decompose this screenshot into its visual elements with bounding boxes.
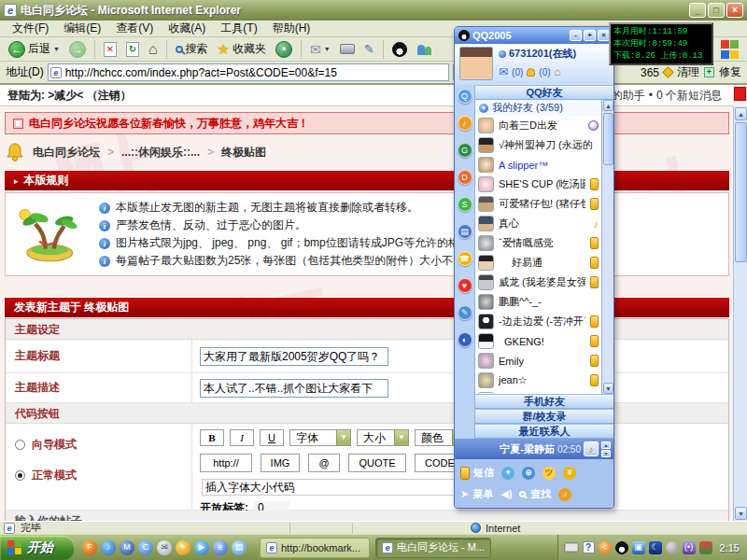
buddy-row[interactable]: SHE'S CUP (吃汤圆多 [475,175,601,194]
mobile-tab-icon[interactable]: ☎ [458,251,472,266]
scroll-down-icon[interactable]: ▼ [735,507,747,520]
breadcrumb-board[interactable]: 终极贴图 [221,145,266,161]
breadcrumb-category[interactable]: ...::休闲娱乐::... [121,145,200,161]
browser-tab-icon[interactable]: ◐ [458,332,472,347]
buddy-row[interactable]: √神州盟神刀 (永远的 [475,135,601,155]
mail-button[interactable]: ✉▼ [307,41,333,58]
tool-badge-icon[interactable]: ✎ [176,540,190,555]
favorites-button[interactable]: ★ 收藏夹 [215,40,269,59]
buddy-row[interactable]: 好易通 [475,253,601,273]
find-button[interactable]: 查找 [519,487,551,501]
menu-tools[interactable]: 工具(T) [214,20,263,37]
tray-clock[interactable]: 2:15 [720,542,740,553]
buddy-row[interactable]: 可爱猪仔包! (猪仔包 [475,194,601,214]
edit-button[interactable]: ✎ [361,41,377,57]
forward-button[interactable]: → [66,40,89,59]
buddy-row[interactable]: jean☆ [475,371,601,390]
page-scrollbar[interactable]: ▲ ▼ [733,106,747,521]
menu-favorites[interactable]: 收藏(A) [162,20,212,37]
address-input[interactable]: e http://hchcc.com/index.php?act=Post&CO… [48,63,449,81]
buddy-list-scrollbar[interactable]: ▲ ▼ [601,100,613,394]
qq-titlebar[interactable]: QQ2005 - + × [455,27,613,44]
scroll-down-icon[interactable]: ▼ [603,383,613,394]
chat-face-icon[interactable]: ツ [543,467,556,480]
history-button[interactable]: • [273,40,295,59]
media-player-icon[interactable]: ♪ [101,540,116,555]
mobile-friends-bar[interactable]: 手机好友 [475,394,613,409]
buddy-row[interactable]: 真心♪ [475,214,601,233]
buddy-row[interactable]: θ-ㄅu已死 (上青彩 [475,390,601,394]
qq-show-tab-icon[interactable]: S [458,197,472,212]
size-select[interactable]: 大小 ▼ [357,429,409,446]
qq-coin-icon[interactable]: ¥ [563,467,576,480]
qq-launcher-button[interactable] [389,41,410,58]
music-tab-icon[interactable]: ♪ [458,116,472,131]
qq-window[interactable]: QQ2005 - + × 6731201(在线) ✉ (0) (0) ⌂ [454,26,614,509]
buddy-row[interactable]: ˇ爱情嘅感觉 [475,233,601,253]
print-button[interactable] [337,43,358,55]
tray-traffic-icon[interactable] [699,541,712,554]
clean-button[interactable]: 清理 [677,64,699,80]
love-tab-icon[interactable]: ♥ [458,278,472,293]
scroll-up-icon[interactable]: ▲ [603,100,613,111]
tag-hint-field[interactable] [202,479,482,496]
buddy-row[interactable]: Emily [475,351,601,371]
italic-button[interactable]: I [230,429,254,446]
groups-bar[interactable]: 群/校友录 [475,409,613,424]
home-button[interactable]: ⌂ [146,40,161,59]
qq-home-icon[interactable]: ⌂ [555,65,561,78]
news-tab-icon[interactable]: ▤ [458,224,472,239]
scroll-up-icon[interactable]: ▲ [735,107,747,120]
qq-mail-icon[interactable]: ✉ [499,65,508,78]
music-ticker[interactable]: 宁夏-梁静茹 02:50 ♪ ▲ ▼ [455,439,613,459]
new-message-link[interactable]: 0 个新短消息 [656,88,722,104]
topic-description-input[interactable] [200,379,388,398]
qq-main-tab-icon[interactable]: Q [458,89,472,104]
messenger-button[interactable] [414,41,434,58]
breadcrumb-forum-home[interactable]: 电白同乡论坛 [33,145,100,161]
minimize-button[interactable]: _ [689,3,706,18]
ticker-down-icon[interactable]: ▼ [601,450,611,457]
menu-help[interactable]: 帮助(H) [266,20,317,37]
restore-button[interactable]: □ [708,3,725,18]
menu-button[interactable]: ➤ 菜单 [460,487,493,501]
qq-friends-tab[interactable]: QQ好友 [475,85,613,100]
underline-button[interactable]: U [260,429,284,446]
search-button[interactable]: 搜索 [173,40,211,58]
buddy-row[interactable]: -边走边爱 (-苦冲开了 [475,312,601,331]
http-button[interactable]: http:// [200,454,252,472]
ticker-up-icon[interactable]: ▲ [601,441,611,449]
keyboard-layout-icon[interactable] [564,542,579,553]
user-id[interactable]: 6731201(在线) [509,47,576,61]
ie-quick-icon[interactable]: e [213,540,228,555]
firefox-icon[interactable]: F [82,540,97,555]
start-button[interactable]: 开始 [0,536,75,560]
pigeon-icon[interactable]: ✉ [157,540,172,555]
buddy-row[interactable]: GKENG! [475,331,601,351]
stop-button[interactable]: ✕ [101,41,120,58]
task-button-forum[interactable]: e 电白同乡论坛 - M... [375,538,491,558]
font-select[interactable]: 字体 ▼ [289,429,351,446]
network-disk-tab-icon[interactable]: D [458,170,472,185]
windows-media-icon[interactable]: ▶ [194,540,209,555]
broadcast-horn-icon[interactable]: ♪ [558,488,571,501]
buddy-row[interactable]: 鹏鹏^^-_- [475,292,601,312]
buddy-row[interactable]: 向着三D出发 [475,116,601,135]
tray-qq-icon[interactable] [615,541,628,554]
ie-titlebar[interactable]: e 电白同乡论坛 - Microsoft Internet Explorer _… [0,0,747,21]
tray-moon-icon[interactable]: ☾ [649,541,662,554]
refresh-button[interactable]: ↻ [123,41,142,58]
mail-dropdown-icon[interactable]: ▼ [324,46,331,52]
messenger-m-icon[interactable]: M [120,540,134,555]
qq-alert-bell-icon[interactable] [527,68,535,77]
repair-button[interactable]: 修复 [719,64,741,80]
buddy-row[interactable]: A slipper™ [475,155,601,175]
tray-orange-icon[interactable]: < [599,541,612,554]
task-button-bookmark[interactable]: e http://bookmark... [260,538,370,558]
folder-icon[interactable]: ▤ [232,540,247,555]
at-button[interactable]: @ [308,454,340,472]
collapse-icon[interactable]: ▼ [479,104,488,113]
back-button[interactable]: ← 后退 ▼ [6,40,63,59]
world-icon[interactable]: ⊕ [522,467,535,480]
topic-title-input[interactable] [200,347,388,366]
